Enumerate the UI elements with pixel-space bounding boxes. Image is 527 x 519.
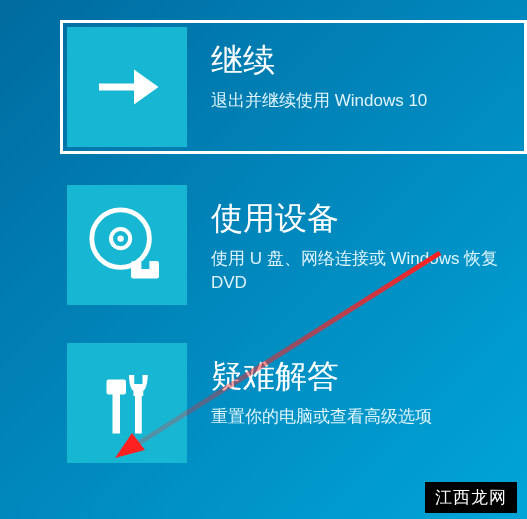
svg-rect-6 xyxy=(106,379,126,394)
troubleshoot-option[interactable]: 疑难解答 重置你的电脑或查看高级选项 xyxy=(60,336,527,470)
continue-text: 继续 退出并继续使用 Windows 10 xyxy=(187,27,427,113)
watermark-label: 江西龙网 xyxy=(425,482,517,513)
use-device-subtitle: 使用 U 盘、网络连接或 Windows 恢复 DVD xyxy=(211,247,520,295)
use-device-icon-box xyxy=(67,185,187,305)
svg-rect-4 xyxy=(141,261,149,269)
continue-title: 继续 xyxy=(211,39,427,83)
continue-icon-box xyxy=(67,27,187,147)
troubleshoot-subtitle: 重置你的电脑或查看高级选项 xyxy=(211,405,432,429)
arrow-right-icon xyxy=(92,52,162,122)
continue-subtitle: 退出并继续使用 Windows 10 xyxy=(211,89,427,113)
use-device-option[interactable]: 使用设备 使用 U 盘、网络连接或 Windows 恢复 DVD xyxy=(60,178,527,312)
use-device-text: 使用设备 使用 U 盘、网络连接或 Windows 恢复 DVD xyxy=(187,185,520,295)
svg-point-2 xyxy=(117,235,123,241)
use-device-title: 使用设备 xyxy=(211,197,520,241)
disc-icon xyxy=(87,205,167,285)
svg-rect-5 xyxy=(112,392,120,433)
troubleshoot-title: 疑难解答 xyxy=(211,355,432,399)
troubleshoot-icon-box xyxy=(67,343,187,463)
continue-option[interactable]: 继续 退出并继续使用 Windows 10 xyxy=(60,20,527,154)
tools-icon xyxy=(90,366,165,441)
troubleshoot-text: 疑难解答 重置你的电脑或查看高级选项 xyxy=(187,343,432,429)
